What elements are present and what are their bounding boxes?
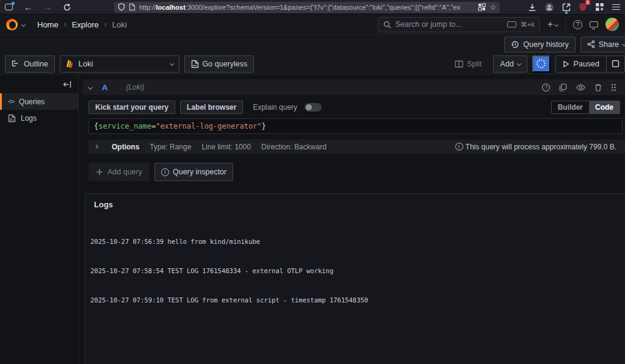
content-outline-sidebar: <> Queries Logs <box>0 74 79 364</box>
history-icon <box>511 40 519 49</box>
add-chevron-icon <box>517 62 521 66</box>
query-inspector-button[interactable]: i Query inspector <box>154 163 233 181</box>
back-button[interactable]: ← <box>24 3 32 12</box>
paused-button[interactable]: Paused <box>556 56 606 72</box>
breadcrumb-loki: Loki <box>112 20 127 29</box>
share-button[interactable]: Share <box>580 37 625 52</box>
explain-query-label: Explain query <box>253 103 297 112</box>
kick-start-button[interactable]: Kick start your query <box>89 101 175 114</box>
outline-button[interactable]: Outline <box>5 55 55 73</box>
queryless-doc-icon <box>191 60 199 68</box>
duplicate-query-icon[interactable] <box>559 84 567 91</box>
grafana-logo[interactable] <box>6 19 18 30</box>
play-icon <box>563 60 569 68</box>
delete-query-trash-icon[interactable] <box>594 84 602 91</box>
org-switcher-chevron-icon[interactable] <box>21 22 26 26</box>
query-actions-row: Add query i Query inspector <box>82 163 625 181</box>
live-tail-group: Paused <box>555 55 625 73</box>
forward-button[interactable]: → <box>43 3 52 12</box>
page-info-icon[interactable] <box>129 3 135 11</box>
account-avatar-icon[interactable] <box>544 2 554 12</box>
breadcrumb-explore[interactable]: Explore <box>72 20 99 29</box>
downloads-icon[interactable] <box>528 3 536 12</box>
add-button[interactable]: Add <box>493 55 527 73</box>
firefox-view-icon[interactable] <box>5 4 13 10</box>
extensions-icon[interactable] <box>595 2 604 12</box>
browser-menu-icon[interactable] <box>612 4 620 10</box>
log-line[interactable]: 2025-10-27 07:56:39 hello from kind/mini… <box>90 237 625 246</box>
logql-query-input[interactable]: {service_name="external-log-generator"} <box>89 118 623 134</box>
search-icon <box>383 21 391 29</box>
add-new-button[interactable]: + <box>547 20 558 29</box>
help-icon[interactable]: ? <box>573 20 582 29</box>
go-queryless-button[interactable]: Go queryless <box>184 55 255 73</box>
editor-mode-group: Builder Code <box>551 101 620 114</box>
bookmark-star-icon[interactable]: ☆ <box>490 3 496 12</box>
explore-actions-bar: Query history Share <box>0 35 625 54</box>
query-row-header[interactable]: A (Loki) ? <box>82 79 625 95</box>
adblock-shield-icon[interactable]: 1 <box>579 2 587 12</box>
query-area: A (Loki) ? Kick start your query Label b… <box>79 74 625 364</box>
query-ref-id: A <box>102 83 107 92</box>
log-line[interactable]: 2025-10-27 07:59:10 TEST LOG from extern… <box>90 295 625 305</box>
logs-doc-icon <box>8 114 16 123</box>
plus-icon <box>96 168 103 176</box>
explore-toolbar: Outline Loki Go queryless Split Add Paus… <box>0 54 625 74</box>
browser-chrome: ← → http://localhost:3000/explore?schema… <box>0 0 625 15</box>
breadcrumb-home[interactable]: Home <box>37 20 59 29</box>
sidebar-item-queries[interactable]: <> Queries <box>0 93 78 110</box>
collapse-outline-icon[interactable] <box>63 80 72 88</box>
stop-icon <box>612 60 620 68</box>
log-line[interactable]: 2025-10-27 07:58:54 TEST LOG 1761548334 … <box>90 266 625 276</box>
user-avatar[interactable] <box>605 18 619 31</box>
builder-mode-option[interactable]: Builder <box>552 101 589 113</box>
search-shortcut: ⌘+k <box>521 21 535 29</box>
sidebar-item-label: Logs <box>21 114 37 123</box>
label-browser-button[interactable]: Label browser <box>180 101 243 114</box>
grafana-nav: Home › Explore › Loki Search or jump to.… <box>0 15 625 35</box>
sidebar-extension-icon[interactable] <box>562 3 571 12</box>
hide-query-eye-icon[interactable] <box>576 84 585 91</box>
containers-grid-icon[interactable] <box>478 3 486 11</box>
sidebar-item-logs[interactable]: Logs <box>0 110 78 126</box>
options-label: Options <box>112 143 139 151</box>
option-line-limit: Line limit: 1000 <box>201 143 251 151</box>
query-collapse-chevron-icon[interactable] <box>88 85 93 90</box>
breadcrumb: Home › Explore › Loki <box>37 20 127 29</box>
stop-button[interactable] <box>606 56 624 72</box>
query-options-row[interactable]: Options Type: Range Line limit: 1000 Dir… <box>89 140 625 154</box>
breadcrumb-separator: › <box>64 20 67 29</box>
query-history-button[interactable]: Query history <box>504 37 575 52</box>
datasource-name: Loki <box>79 59 165 68</box>
explain-query-toggle[interactable] <box>305 103 322 112</box>
share-chevron-icon <box>622 42 625 46</box>
split-button[interactable]: Split <box>448 55 488 73</box>
query-help-icon[interactable]: ? <box>542 84 550 91</box>
split-icon <box>455 60 463 68</box>
datasource-picker[interactable]: Loki <box>60 55 179 73</box>
nav-divider <box>565 20 566 29</box>
news-icon[interactable] <box>590 21 598 27</box>
code-brackets-icon: <> <box>8 98 14 105</box>
query-editor-toolbar: Kick start your query Label browser Expl… <box>82 101 625 114</box>
outline-icon <box>12 60 20 68</box>
share-icon <box>587 40 595 48</box>
drag-handle-icon[interactable] <box>611 84 616 91</box>
run-query-button[interactable] <box>532 55 551 73</box>
reload-button[interactable] <box>63 3 71 12</box>
query-size-estimate: ! This query will process approximately … <box>455 143 619 151</box>
tracking-shield-icon[interactable] <box>118 3 125 11</box>
url-bar[interactable]: http://localhost:3000/explore?schemaVers… <box>114 2 500 13</box>
add-query-button[interactable]: Add query <box>89 163 150 181</box>
code-mode-option[interactable]: Code <box>589 101 620 113</box>
option-direction: Direction: Backward <box>261 143 327 151</box>
log-lines: 2025-10-27 07:56:39 hello from kind/mini… <box>85 217 625 324</box>
logs-panel: Logs 2025-10-27 07:56:39 hello from kind… <box>85 193 625 364</box>
adblock-badge: 1 <box>585 0 590 5</box>
logs-panel-title[interactable]: Logs <box>85 194 625 209</box>
search-input[interactable]: Search or jump to... ⌘+k <box>378 17 540 32</box>
option-type: Type: Range <box>150 143 191 151</box>
options-expand-chevron-icon[interactable] <box>94 145 98 149</box>
search-placeholder: Search or jump to... <box>396 20 503 29</box>
url-text[interactable]: http://localhost:3000/explore?schemaVers… <box>139 4 474 11</box>
